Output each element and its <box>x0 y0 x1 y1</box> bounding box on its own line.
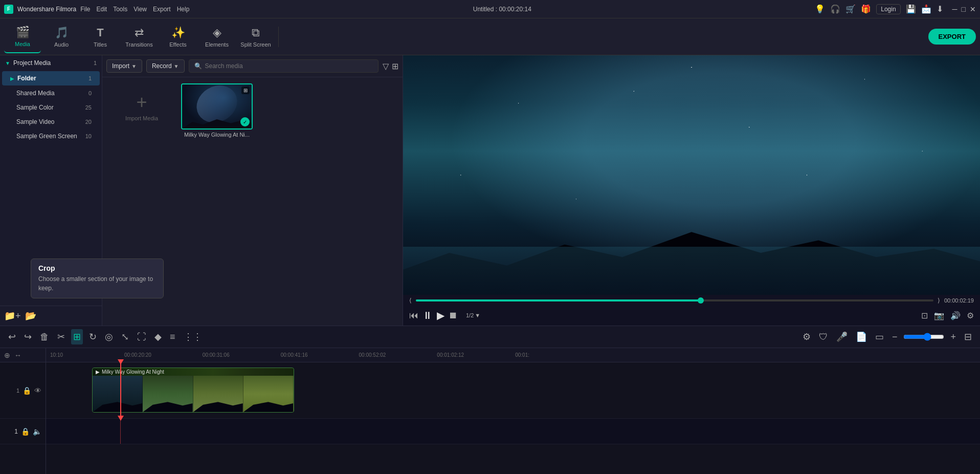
cart-icon[interactable]: 🛒 <box>845 4 856 14</box>
lightbulb-icon[interactable]: 💡 <box>815 4 825 14</box>
tab-titles[interactable]: T Titles <box>82 20 119 53</box>
import-media-card[interactable]: + Import Media <box>108 83 175 130</box>
eye-icon[interactable]: 👁 <box>34 386 41 395</box>
minimize-button[interactable]: ─ <box>952 5 957 13</box>
crop-button[interactable]: ⊞ <box>71 329 83 344</box>
record-button[interactable]: Record ▼ <box>146 59 185 73</box>
notifications-icon[interactable]: 📩 <box>921 4 931 14</box>
shield-icon[interactable]: 🛡 <box>817 330 830 344</box>
stop-button[interactable]: ⏹ <box>449 310 458 321</box>
add-track-icon[interactable]: ⊕ <box>4 351 10 359</box>
undo-button[interactable]: ↩ <box>6 329 18 344</box>
transform-button[interactable]: ⤡ <box>119 329 131 344</box>
search-input[interactable] <box>205 62 373 70</box>
pause-button[interactable]: ⏸ <box>422 310 433 321</box>
fit-timeline-icon[interactable]: ⊟ <box>962 329 974 344</box>
marker-button[interactable]: ◎ <box>103 329 115 344</box>
menu-view[interactable]: View <box>133 6 147 13</box>
rotate-button[interactable]: ↻ <box>87 329 99 344</box>
sidebar-item-sample-green[interactable]: Sample Green Screen 10 <box>2 130 100 143</box>
sample-color-count: 25 <box>85 104 92 111</box>
track-menu-icon[interactable]: ↔ <box>14 351 21 359</box>
lock-icon[interactable]: 🔒 <box>23 386 31 395</box>
progress-handle[interactable] <box>698 297 704 304</box>
filter-icon[interactable]: ▽ <box>383 61 389 71</box>
tab-elements[interactable]: ◈ Elements <box>198 20 235 53</box>
delete-button[interactable]: 🗑 <box>38 330 51 344</box>
tab-titles-label: Titles <box>94 41 107 48</box>
volume-icon[interactable]: 🔊 <box>950 311 961 320</box>
screenshot-icon[interactable]: 📷 <box>934 311 944 320</box>
clip-mountain-3 <box>193 398 243 412</box>
media-actions: ▽ ⊞ <box>383 61 398 71</box>
play-button[interactable]: ▶ <box>437 309 444 321</box>
menu-edit[interactable]: Edit <box>97 6 107 13</box>
tab-transitions[interactable]: ⇄ Transitions <box>121 20 158 53</box>
sidebar-item-sample-video[interactable]: Sample Video 20 <box>2 115 100 128</box>
color-button[interactable]: ◆ <box>152 329 164 344</box>
ruler-mark-3: 00:00:41:16 <box>281 352 308 358</box>
zoom-slider[interactable] <box>903 333 944 341</box>
step-back-button[interactable]: ⏮ <box>409 310 418 321</box>
redo-button[interactable]: ↪ <box>22 329 34 344</box>
mic-icon[interactable]: 🎤 <box>834 329 850 344</box>
audio-mute-icon[interactable]: 🔈 <box>33 427 41 436</box>
tab-media[interactable]: 🎬 Media <box>4 20 41 53</box>
cut-button[interactable]: ✂ <box>55 329 67 344</box>
menu-tools[interactable]: Tools <box>113 6 127 13</box>
search-icon: 🔍 <box>194 62 202 70</box>
ruler-mark-0: 10:10 <box>50 352 63 358</box>
menu-help[interactable]: Help <box>177 6 190 13</box>
login-button[interactable]: Login <box>876 4 900 14</box>
settings2-icon[interactable]: ⚙ <box>800 329 813 344</box>
sidebar-item-shared-media[interactable]: Shared Media 0 <box>2 87 100 100</box>
sidebar-item-folder[interactable]: ▶ Folder 1 <box>2 71 100 85</box>
video-clip[interactable]: ▶ Milky Way Glowing At Night <box>92 368 294 413</box>
tab-audio[interactable]: 🎵 Audio <box>43 20 80 53</box>
page-arrow-icon[interactable]: ▼ <box>475 312 480 318</box>
maximize-button[interactable]: □ <box>962 5 966 13</box>
project-arrow-icon: ▼ <box>5 60 10 66</box>
project-media-header[interactable]: ▼ Project Media 1 <box>0 55 102 71</box>
tab-elements-label: Elements <box>205 41 229 48</box>
gift-icon[interactable]: 🎁 <box>861 4 871 14</box>
settings-icon[interactable]: ⚙ <box>967 311 974 320</box>
sidebar-item-sample-color[interactable]: Sample Color 25 <box>2 101 100 114</box>
folder-arrow-icon: ▶ <box>10 76 14 81</box>
fullscreen-button[interactable]: ⛶ <box>135 330 148 344</box>
menu-export[interactable]: Export <box>153 6 171 13</box>
zoom-out-icon[interactable]: − <box>890 330 900 344</box>
zoom-in-icon[interactable]: + <box>948 330 958 344</box>
export-button[interactable]: EXPORT <box>928 29 976 45</box>
tab-splitscreen[interactable]: ⧉ Split Screen <box>237 20 274 53</box>
grid-view-icon[interactable]: ⊞ <box>392 61 398 71</box>
add-folder-icon[interactable]: 📁+ <box>4 310 21 321</box>
menu-file[interactable]: File <box>80 6 90 13</box>
close-button[interactable]: ✕ <box>970 5 976 13</box>
layers-icon[interactable]: ▭ <box>873 329 886 344</box>
sample-green-count: 10 <box>85 133 92 139</box>
progress-bar[interactable] <box>416 299 933 301</box>
screen-fit-icon[interactable]: ⊡ <box>921 311 928 320</box>
playhead[interactable] <box>120 362 121 418</box>
transcript-icon[interactable]: 📄 <box>854 329 869 344</box>
audio-lock-icon[interactable]: 🔒 <box>21 427 30 436</box>
track-number: 1 <box>16 387 19 394</box>
clip-mountain-4 <box>243 398 293 412</box>
playback-right-controls: ⊡ 📷 🔊 ⚙ <box>921 311 974 320</box>
shared-media-count: 0 <box>88 90 92 96</box>
app-logo: F <box>4 5 13 14</box>
adjust-button[interactable]: ≡ <box>168 330 177 344</box>
save-icon[interactable]: 💾 <box>906 4 916 14</box>
download-icon[interactable]: ⬇ <box>937 4 943 14</box>
headphone-icon[interactable]: 🎧 <box>830 4 840 14</box>
audio-mix-button[interactable]: ⋮⋮ <box>182 329 204 344</box>
bracket-right-icon: ⟩ <box>938 297 940 304</box>
search-box[interactable]: 🔍 <box>189 59 378 73</box>
media-card-milkyway[interactable]: ⊞ ✓ Milky Way Glowing At Ni... <box>181 83 253 138</box>
import-button[interactable]: Import ▼ <box>106 59 142 73</box>
preview-panel: ⟨ ⟩ 00:00:02:19 ⏮ ⏸ ▶ ⏹ 1/2 ▼ ⊡ <box>403 55 980 326</box>
audio-icon: 🎵 <box>55 26 69 39</box>
folder-icon[interactable]: 📂 <box>25 310 36 321</box>
tab-effects[interactable]: ✨ Effects <box>160 20 196 53</box>
